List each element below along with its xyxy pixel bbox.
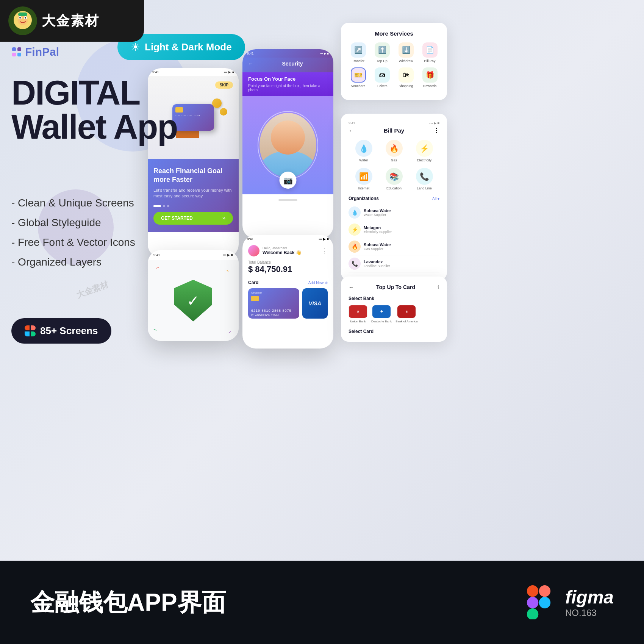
bill-time: 9:41	[349, 121, 355, 125]
skip-button[interactable]: SKIP	[215, 81, 233, 89]
org-lavandez[interactable]: 📞 Lavandez Landline Supplier	[349, 255, 439, 272]
service-transfer[interactable]: ↗️ Transfer	[349, 42, 368, 63]
services-grid: ↗️ Transfer ⬆️ Top Up ⬇️ Withdraw 📄 Bill…	[349, 42, 439, 88]
landline-icon: 📞	[416, 168, 433, 185]
service-withdraw[interactable]: ⬇️ Withdraw	[396, 42, 416, 63]
water-label: Water	[359, 158, 368, 162]
menu-dots[interactable]: ⋮	[322, 247, 328, 255]
svg-rect-10	[12, 47, 16, 51]
electricity-label: Electricity	[417, 158, 432, 162]
bofa-name: Bank of America	[395, 320, 417, 323]
select-bank-label: Select Bank	[349, 296, 439, 301]
service-tickets[interactable]: 🎟 Tickets	[372, 67, 392, 88]
particle-4: ~	[226, 329, 233, 335]
subsea-gas-type: Gas Supplier	[364, 247, 439, 251]
bill-electricity[interactable]: ⚡ Electricity	[416, 140, 433, 162]
get-started-button[interactable]: GET STARTED ››	[153, 212, 233, 225]
subsea-gas-name: Subsea Water	[364, 242, 439, 247]
onboarding-title: Reach Financial Goal more Faster	[153, 167, 233, 184]
screens-badge: 85+ Screens	[11, 318, 111, 344]
bill-menu[interactable]: ⋮	[433, 127, 439, 134]
back-arrow-bill[interactable]: ←	[349, 127, 355, 134]
service-rewards[interactable]: 🎁 Rewards	[420, 67, 439, 88]
svg-rect-7	[18, 13, 27, 16]
lavandez-info: Lavandez Landline Supplier	[364, 259, 439, 268]
particle-1: ~	[153, 264, 161, 272]
org-subsea-water[interactable]: 💧 Subsea Water Water Supplier	[349, 204, 439, 221]
onboarding-bottom: Reach Financial Goal more Faster Let's t…	[148, 159, 239, 232]
onboarding-subtitle: Let's transfer and receive your money wi…	[153, 188, 233, 199]
metagon-type: Electricity Supplier	[364, 230, 439, 234]
dot-2	[163, 205, 165, 207]
bill-internet[interactable]: 📶 Internet	[355, 168, 372, 190]
org-metagon[interactable]: ⚡ Metagon Electricity Supplier	[349, 221, 439, 238]
footer-right: figma NO.163	[522, 585, 614, 619]
bill-landline[interactable]: 📞 Land Line	[416, 168, 433, 190]
deutsche-bank-name: Deutsche Bank	[371, 320, 392, 323]
service-vouchers[interactable]: 🎫 Vouchers	[349, 67, 368, 88]
card-number: 6219 8610 2868 8075	[251, 309, 296, 313]
bofa-logo: B	[397, 305, 416, 318]
dot-1	[153, 205, 161, 207]
security-status-bar: 9:41 ▪▪▪ ▶ ■	[242, 49, 333, 58]
topup-panel: ← Top Up To Card ℹ Select Bank U Union B…	[341, 277, 447, 342]
camera-button[interactable]: 📷	[280, 172, 297, 189]
metagon-logo: ⚡	[349, 224, 361, 236]
dashboard-status-bar: 9:41 ▪▪▪ ▶ ■	[242, 235, 333, 243]
internet-icon: 📶	[355, 168, 372, 185]
subsea-water-info: Subsea Water Water Supplier	[364, 208, 439, 217]
education-icon: 📚	[386, 168, 403, 185]
bill-education[interactable]: 📚 Education	[386, 168, 403, 190]
service-topup[interactable]: ⬆️ Top Up	[372, 42, 392, 63]
figma-brand: figma NO.163	[565, 587, 614, 618]
coin-2	[220, 108, 227, 116]
card-section: Card Add New ⊕ NeoBank 6219 8610 2868 80…	[242, 278, 333, 320]
bill-pay-panel: 9:41 ▪▪▪ ▶ ■ ← Bill Pay ⋮ 💧 Water 🔥 Gas …	[341, 114, 447, 280]
bank-union[interactable]: U Union Bank	[349, 305, 367, 323]
balance-label: Total Balance	[248, 260, 328, 264]
svg-point-5	[19, 17, 21, 19]
figma-logo	[522, 585, 556, 619]
lavandez-type: Landline Supplier	[364, 264, 439, 268]
headline-wallet: Wallet App	[11, 110, 177, 144]
logo-bar: 大金素材	[0, 0, 144, 42]
bill-water[interactable]: 💧 Water	[355, 140, 372, 162]
org-subsea-gas[interactable]: 🔥 Subsea Water Gas Supplier	[349, 238, 439, 255]
back-arrow-security[interactable]: ←	[248, 61, 253, 67]
balance-section: Total Balance $ 84,750.91	[242, 258, 333, 278]
org-filter[interactable]: All ▾	[432, 197, 439, 201]
service-shopping[interactable]: 🛍 Shopping	[396, 67, 416, 88]
figma-icon-small	[25, 325, 36, 336]
svg-rect-16	[527, 597, 538, 608]
feature-1: - Clean & Unique Screens	[11, 197, 135, 209]
lavandez-name: Lavandez	[364, 259, 439, 264]
svg-rect-12	[12, 53, 16, 56]
phone-shield: 9:41 ▪▪▪ ▶ ■ ~ ~ ~ ~ ✓	[148, 250, 239, 341]
topup-back-arrow[interactable]: ←	[349, 284, 354, 290]
svg-point-6	[25, 17, 26, 19]
greeting-section: Hello, Jonathan! Welcome Back 👋 ⋮	[242, 243, 333, 258]
topup-info[interactable]: ℹ	[438, 284, 439, 290]
face-oval	[258, 111, 318, 179]
shopping-label: Shopping	[399, 84, 413, 88]
bank-bofa[interactable]: B Bank of America	[395, 305, 417, 323]
topup-header: ← Top Up To Card ℹ	[349, 284, 439, 290]
transfer-label: Transfer	[352, 59, 364, 63]
bill-gas[interactable]: 🔥 Gas	[386, 140, 403, 162]
bank-deutsche[interactable]: ✚ Deutsche Bank	[371, 305, 392, 323]
shield-time: 9:41	[153, 253, 160, 257]
lavandez-logo: 📞	[349, 258, 361, 270]
cards-scroll[interactable]: NeoBank 6219 8610 2868 8075 DJ:ANDERSON …	[248, 288, 328, 319]
logo-text: 大金素材	[42, 12, 99, 30]
camera-icon: 📷	[283, 176, 293, 185]
add-new-button[interactable]: Add New ⊕	[308, 281, 328, 285]
service-billpay[interactable]: 📄 Bill Pay	[420, 42, 439, 63]
shield-status-bar: 9:41 ▪▪▪ ▶ ■	[148, 250, 239, 260]
card-label-row: Card Add New ⊕	[248, 280, 328, 285]
subsea-water-name: Subsea Water	[364, 208, 439, 213]
svg-rect-11	[17, 47, 21, 51]
feature-4: - Organized Layers	[11, 256, 135, 268]
deutsche-bank-logo: ✚	[372, 305, 391, 318]
bill-pay-header: ← Bill Pay ⋮	[349, 127, 439, 134]
welcome-text: Welcome Back 👋	[263, 250, 302, 255]
